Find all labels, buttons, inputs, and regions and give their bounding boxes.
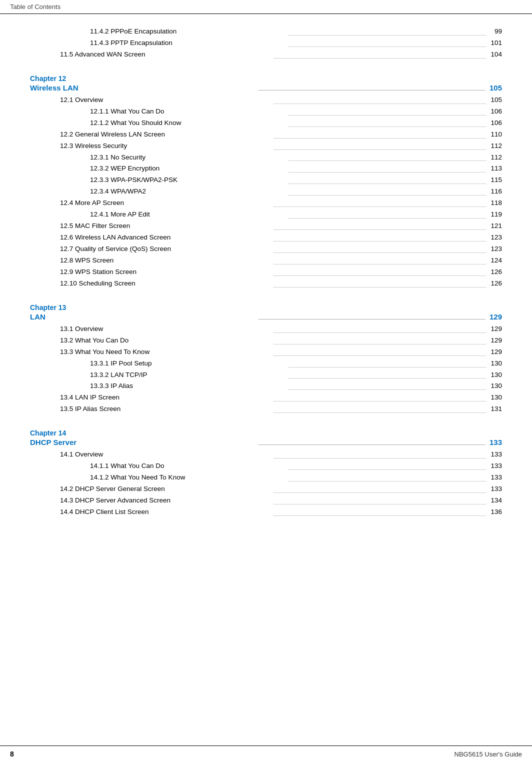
list-item: 14.4 DHCP Client List Screen 136 [30,506,502,518]
chapter-14-page: 133 [487,438,502,446]
page-footer: 8 NBG5615 User's Guide [0,746,532,762]
list-item: 12.5 MAC Filter Screen 121 [30,220,502,232]
list-item: 13.5 IP Alias Screen 131 [30,404,502,415]
chapter-14-entries: 14.1 Overview 133 14.1.1 What You Can Do… [30,449,502,518]
list-item: 12.1.1 What You Can Do 106 [30,106,502,118]
list-item: 14.1.1 What You Can Do 133 [30,460,502,472]
chapter-14-title: DHCP Server [30,438,256,446]
chapter-12-page: 105 [487,84,502,92]
list-item: 12.8 WPS Screen 124 [30,255,502,266]
chapter-13-page: 129 [487,312,502,321]
list-item: 13.1 Overview 129 [30,324,502,335]
list-item: 12.3.3 WPA-PSK/WPA2-PSK 115 [30,174,502,186]
chapter-13-label: Chapter 13 [30,304,502,312]
list-item: 12.3.1 No Security 112 [30,152,502,164]
header-title: Table of Contents [10,3,60,10]
list-item: 12.6 Wireless LAN Advanced Screen 123 [30,232,502,244]
list-item: 13.4 LAN IP Screen 130 [30,392,502,404]
chapter-13-title: LAN [30,312,256,321]
chapter-13-entries: 13.1 Overview 129 13.2 What You Can Do 1… [30,324,502,416]
chapter-14-title-row: DHCP Server 133 [30,438,502,447]
list-item: 12.4.1 More AP Edit 119 [30,209,502,220]
list-item: 14.1.2 What You Need To Know 133 [30,472,502,484]
list-item: 13.3.3 IP Alias 130 [30,380,502,392]
list-item: 12.4 More AP Screen 118 [30,198,502,209]
footer-guide-name: NBG5615 User's Guide [454,750,522,758]
list-item: 12.1 Overview 105 [30,94,502,106]
list-item: 12.3.4 WPA/WPA2 116 [30,186,502,198]
list-item: 14.1 Overview 133 [30,449,502,460]
ch11-trailing-entries: 11.4.2 PPPoE Encapsulation 99 11.4.3 PPT… [30,26,502,60]
list-item: 12.9 WPS Station Screen 126 [30,266,502,278]
list-item: 12.1.2 What You Should Know 106 [30,118,502,129]
chapter-14-label: Chapter 14 [30,429,502,437]
list-item: 12.3 Wireless Security 112 [30,140,502,152]
list-item: 12.10 Scheduling Screen 126 [30,278,502,290]
list-item: 12.2 General Wireless LAN Screen 110 [30,129,502,140]
list-item: 12.3.2 WEP Encryption 113 [30,163,502,174]
chapter-13-title-row: LAN 129 [30,312,502,322]
chapter-12-title: Wireless LAN [30,84,256,92]
list-item: 11.5 Advanced WAN Screen 104 [30,49,502,60]
list-item: 13.3.2 LAN TCP/IP 130 [30,370,502,381]
chapter-12-label: Chapter 12 [30,74,502,82]
chapter-13-heading: Chapter 13 LAN 129 [30,304,502,322]
page-header: Table of Contents [0,0,532,14]
list-item: 13.3.1 IP Pool Setup 130 [30,358,502,370]
chapter-12-title-row: Wireless LAN 105 [30,84,502,92]
list-item: 14.3 DHCP Server Advanced Screen 134 [30,495,502,506]
list-item: 13.2 What You Can Do 129 [30,335,502,346]
list-item: 14.2 DHCP Server General Screen 133 [30,484,502,495]
chapter-12-heading: Chapter 12 Wireless LAN 105 [30,74,502,92]
list-item: 13.3 What You Need To Know 129 [30,346,502,358]
chapter-14-heading: Chapter 14 DHCP Server 133 [30,429,502,447]
toc-content: 11.4.2 PPPoE Encapsulation 99 11.4.3 PPT… [0,14,532,558]
footer-page-number: 8 [10,750,14,758]
list-item: 12.7 Quality of Service (QoS) Screen 123 [30,244,502,255]
chapter-12-entries: 12.1 Overview 105 12.1.1 What You Can Do… [30,94,502,290]
list-item: 11.4.2 PPPoE Encapsulation 99 [30,26,502,38]
list-item: 11.4.3 PPTP Encapsulation 101 [30,38,502,49]
